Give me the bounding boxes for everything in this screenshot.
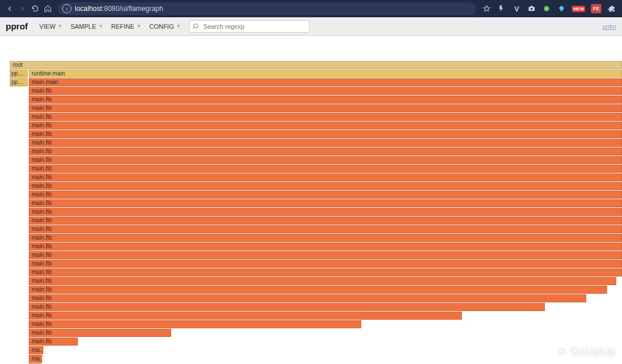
search-input[interactable] xyxy=(203,23,306,30)
extensions-puzzle-icon[interactable] xyxy=(607,4,616,13)
flame-row: main.fib xyxy=(29,87,622,95)
flame-bar[interactable]: main.fib xyxy=(29,96,622,104)
flame-bar[interactable]: main.fib xyxy=(29,165,622,173)
flame-bar[interactable]: main.fib xyxy=(29,277,616,285)
nav-forward-button[interactable] xyxy=(16,2,29,15)
flame-bar-label: main.main xyxy=(32,79,58,86)
flame-bar[interactable]: main.main xyxy=(29,78,622,86)
flame-bar[interactable]: main.fib xyxy=(29,156,622,164)
flame-bar-label: main.fib xyxy=(32,269,52,276)
flame-row: main.fib xyxy=(29,242,622,251)
site-info-icon[interactable]: i xyxy=(62,4,71,13)
flame-bar-label: main.fib xyxy=(32,113,52,120)
flame-bar-label: main.fib xyxy=(32,165,52,172)
menu-view[interactable]: VIEW▼ xyxy=(39,23,62,30)
flame-row: main.fib xyxy=(29,156,622,164)
svg-rect-2 xyxy=(530,6,533,7)
flame-bar[interactable]: main.fib xyxy=(29,122,622,130)
flame-bar[interactable]: main.fib xyxy=(29,104,622,112)
flamegraph: root pp…runtime.mainpp…main.mainmain.fib… xyxy=(0,36,622,364)
flame-bar-label: main.fib xyxy=(32,174,52,181)
menu-refine[interactable]: REFINE▼ xyxy=(111,23,141,30)
flame-bar[interactable]: main.fib xyxy=(29,182,622,190)
flame-bar-label: main.fib xyxy=(32,122,52,129)
address-bar[interactable]: i localhost:8080/ui/flamegraph xyxy=(58,2,476,15)
flame-bar[interactable]: main.fib xyxy=(29,312,462,320)
ext-new-badge[interactable]: NEW xyxy=(572,4,585,13)
nav-home-button[interactable] xyxy=(41,2,54,15)
flame-stub[interactable]: pp… xyxy=(10,78,28,86)
flame-row-root: root xyxy=(29,61,622,69)
flame-bar[interactable]: main.fib xyxy=(29,251,622,259)
flame-bar-label: main.fib xyxy=(32,338,52,345)
ext-fe-icon[interactable]: FE xyxy=(591,4,601,13)
flame-row: main.fib xyxy=(29,165,622,173)
flame-bar-label: main.fib xyxy=(32,329,52,336)
nav-reload-button[interactable] xyxy=(29,2,41,15)
search-box[interactable] xyxy=(189,20,310,33)
flame-bar[interactable]: main.fib xyxy=(29,338,78,346)
flame-bar[interactable]: main.fib xyxy=(29,139,622,147)
menu-config[interactable]: CONFIG▼ xyxy=(149,23,181,30)
flame-bar[interactable]: root xyxy=(10,61,622,69)
flame-row: ma… xyxy=(29,346,622,354)
flame-row: main.fib xyxy=(29,294,622,302)
flame-bar-label: main.fib xyxy=(32,131,52,138)
flame-row: main.fib xyxy=(29,113,622,121)
flame-row: main.fib xyxy=(29,251,622,259)
nav-back-button[interactable] xyxy=(3,2,16,15)
flame-bar-label: main.fib xyxy=(32,105,52,112)
ext-globe-icon[interactable] xyxy=(542,4,551,13)
flame-bar[interactable]: main.fib xyxy=(29,234,622,242)
flame-row: main.fib xyxy=(29,268,622,276)
binary-name-link[interactable]: unkn xyxy=(602,23,616,30)
flame-bar[interactable]: main.fib xyxy=(29,303,545,311)
flame-bar[interactable]: main.fib xyxy=(29,329,171,337)
menu-sample[interactable]: SAMPLE▼ xyxy=(70,23,103,30)
flame-row: main.fib xyxy=(29,104,622,112)
chevron-down-icon: ▼ xyxy=(136,24,141,29)
ext-camera-icon[interactable] xyxy=(527,4,536,13)
flame-bar[interactable]: main.fib xyxy=(29,217,622,225)
flame-row: main.fib xyxy=(29,182,622,190)
flame-bar[interactable]: main.fib xyxy=(29,191,622,199)
flame-bar[interactable]: main.fib xyxy=(29,242,622,251)
flame-bar[interactable]: main.fib xyxy=(29,294,586,302)
flame-row: ma… xyxy=(29,355,622,363)
flame-bar-label: main.fib xyxy=(32,157,52,164)
flame-bar-label: main.fib xyxy=(32,243,52,250)
flame-row: main.fib xyxy=(29,139,622,147)
flame-bar[interactable]: main.fib xyxy=(29,147,622,156)
flame-stub[interactable]: pp… xyxy=(10,70,28,78)
flame-bar[interactable]: ma… xyxy=(29,346,43,354)
flame-bar[interactable]: main.fib xyxy=(29,260,622,268)
flame-bar-label: main.fib xyxy=(32,217,52,224)
flame-bar[interactable]: main.fib xyxy=(29,320,361,328)
flame-bar[interactable]: main.fib xyxy=(29,113,622,121)
ext-bolt-icon[interactable] xyxy=(497,4,506,13)
flame-bar-label: main.fib xyxy=(32,88,52,94)
ext-diamond-icon[interactable] xyxy=(557,4,566,13)
flame-row: main.fib xyxy=(29,96,622,104)
flame-row: pp…runtime.main xyxy=(29,70,622,78)
flame-bar[interactable]: main.fib xyxy=(29,199,622,207)
flame-bar[interactable]: ma… xyxy=(29,355,42,363)
flame-bar-label: main.fib xyxy=(32,226,52,233)
flame-bar-label: main.fib xyxy=(32,304,52,310)
flame-bar-label: main.fib xyxy=(32,286,52,293)
browser-toolbar-right: V NEW FE xyxy=(482,4,619,13)
flame-bar[interactable]: main.fib xyxy=(29,268,622,276)
flame-bar[interactable]: main.fib xyxy=(29,286,607,294)
flame-bar[interactable]: runtime.main xyxy=(29,70,622,78)
flame-bar[interactable]: main.fib xyxy=(29,130,622,138)
flame-bar[interactable]: main.fib xyxy=(29,173,622,181)
flame-bar[interactable]: main.fib xyxy=(29,225,622,233)
flame-row: main.fib xyxy=(29,173,622,181)
flame-bar[interactable]: main.fib xyxy=(29,208,622,216)
bookmark-star-icon[interactable] xyxy=(482,4,491,13)
flame-row: main.fib xyxy=(29,217,622,225)
ext-v-icon[interactable]: V xyxy=(512,4,521,13)
flame-row: main.fib xyxy=(29,303,622,311)
flame-bar[interactable]: main.fib xyxy=(29,87,622,95)
svg-point-1 xyxy=(531,8,533,10)
